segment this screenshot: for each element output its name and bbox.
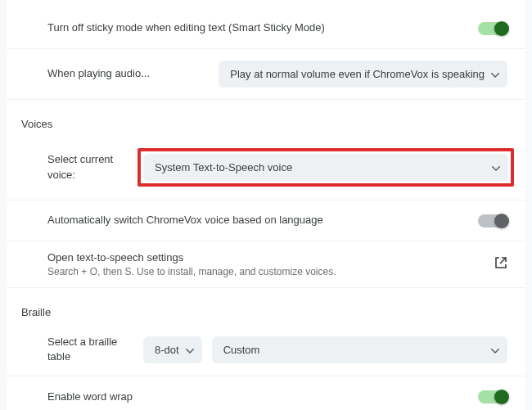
auto-switch-toggle[interactable] <box>478 214 507 228</box>
voice-highlight: System Text-to-Speech voice <box>138 148 514 187</box>
braille-section-header: Braille <box>7 288 525 323</box>
chevron-down-icon <box>491 344 499 356</box>
smart-sticky-toggle[interactable] <box>478 22 507 35</box>
braille-table-row: Select a braille table 8-dot Custom <box>7 323 525 376</box>
auto-switch-row: Automatically switch ChromeVox voice bas… <box>7 200 525 241</box>
word-wrap-toggle[interactable] <box>478 390 507 403</box>
braille-custom-dropdown[interactable]: Custom <box>212 336 507 363</box>
braille-dots-dropdown[interactable]: 8-dot <box>143 336 202 363</box>
chevron-down-icon <box>491 68 499 80</box>
tts-title: Open text-to-speech settings <box>47 251 336 264</box>
smart-sticky-label: Turn off sticky mode when editing text (… <box>47 20 325 35</box>
chevron-down-icon <box>186 344 194 356</box>
external-link-icon[interactable] <box>494 256 507 273</box>
word-wrap-label: Enable word wrap <box>47 390 133 404</box>
select-voice-row: Select current voice: System Text-to-Spe… <box>7 135 525 200</box>
select-voice-label: Select current voice: <box>47 152 138 182</box>
word-wrap-row: Enable word wrap <box>7 376 525 410</box>
voices-section-header: Voices <box>7 100 525 135</box>
braille-dots-selected: 8-dot <box>155 344 179 356</box>
braille-custom-selected: Custom <box>223 344 260 356</box>
select-voice-dropdown[interactable]: System Text-to-Speech voice <box>143 154 508 181</box>
braille-table-label: Select a braille table <box>47 335 133 364</box>
smart-sticky-row: Turn off sticky mode when editing text (… <box>7 8 525 49</box>
audio-play-dropdown[interactable]: Play at normal volume even if ChromeVox … <box>219 61 507 88</box>
audio-play-label: When playing audio... <box>47 66 150 81</box>
audio-play-row: When playing audio... Play at normal vol… <box>7 49 525 100</box>
tts-subtitle: Search + O, then S. Use to install, mana… <box>47 266 336 277</box>
select-voice-selected: System Text-to-Speech voice <box>155 161 292 173</box>
tts-settings-row[interactable]: Open text-to-speech settings Search + O,… <box>7 241 525 288</box>
tts-text: Open text-to-speech settings Search + O,… <box>47 251 336 277</box>
chevron-down-icon <box>492 161 500 173</box>
audio-play-selected: Play at normal volume even if ChromeVox … <box>230 68 485 80</box>
auto-switch-label: Automatically switch ChromeVox voice bas… <box>47 213 323 228</box>
